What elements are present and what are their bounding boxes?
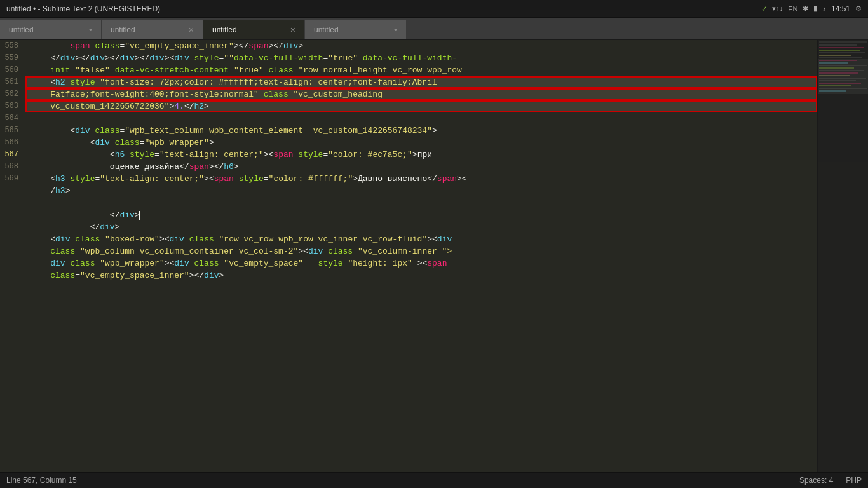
bluetooth-icon: ✱ [803, 4, 808, 13]
line-num-562: 562 [3, 88, 18, 100]
tab-1-label: untitled [9, 25, 34, 34]
line-num-559: 559 [3, 52, 18, 64]
code-line-560c: vc_custom_1422656722036">4.</h2> [25, 100, 817, 112]
line-num-568: 568 [3, 161, 18, 173]
svg-rect-0 [819, 41, 867, 43]
code-line-567: </div> [25, 209, 817, 221]
code-line-563: <div class="wpb_wrapper"> [25, 137, 817, 149]
language-info: PHP [846, 476, 862, 485]
code-line-566 [25, 197, 817, 209]
svg-rect-5 [819, 55, 851, 56]
code-line-565: <h3 style="text-align: center;"><span st… [25, 173, 817, 185]
svg-rect-6 [819, 57, 862, 58]
tab-4-label: untitled [314, 25, 339, 34]
indent-info: Spaces: 4 [799, 476, 833, 485]
cursor-position: Line 567, Column 15 [6, 476, 77, 485]
code-line-569: <div class="boxed-row"><div class="row v… [25, 233, 817, 245]
network-icon: ▾↑↓ [772, 4, 783, 13]
tab-2-close[interactable]: × [189, 25, 194, 35]
line-num-567: 567 [3, 149, 18, 161]
main-layout: 558 559 560 561 562 563 564 565 566 567 … [0, 40, 868, 472]
tab-3-close[interactable]: × [290, 25, 295, 35]
tab-2[interactable]: untitled × [102, 20, 203, 39]
tab-4-close[interactable]: • [394, 25, 397, 35]
code-line-560: <h2 style="font-size: 72px;color: #fffff… [25, 76, 817, 88]
tab-4[interactable]: untitled • [305, 20, 407, 39]
tab-bar: untitled • untitled × untitled × untitle… [0, 18, 868, 40]
battery-icon: ▮ [813, 4, 817, 13]
tab-1[interactable]: untitled • [0, 20, 102, 39]
title-bar-left: untitled • - Sublime Text 2 (UNREGISTERE… [6, 4, 160, 13]
code-line-569b: class="wpb_column vc_column_container vc… [25, 245, 817, 257]
code-line-565b: /h3> [25, 185, 817, 197]
minimap [817, 40, 868, 472]
line-num-566: 566 [3, 137, 18, 149]
line-num-565: 565 [3, 125, 18, 137]
code-line-561 [25, 112, 817, 125]
code-line-564: <h6 style="text-align: center;"><span st… [25, 149, 817, 161]
code-line-559b: init="false" data-vc-stretch-content="tr… [25, 64, 817, 76]
code-line-568: </div> [25, 221, 817, 233]
title-bar: untitled • - Sublime Text 2 (UNREGISTERE… [0, 0, 868, 18]
line-num-561: 561 [3, 76, 18, 88]
code-line-562: <div class="wpb_text_column wpb_content_… [25, 125, 817, 137]
minimap-content [818, 40, 868, 472]
svg-rect-4 [819, 52, 865, 53]
line-numbers: 558 559 560 561 562 563 564 565 566 567 … [0, 40, 25, 472]
code-line-559: </div></div></div></div><div style=""dat… [25, 52, 817, 64]
svg-rect-3 [819, 50, 860, 51]
svg-rect-1 [819, 44, 857, 46]
svg-rect-2 [819, 47, 864, 48]
line-num-563: 563 [3, 100, 18, 112]
svg-rect-20 [818, 59, 868, 94]
volume-icon: ♪ [822, 5, 826, 13]
title-bar-title: untitled • - Sublime Text 2 (UNREGISTERE… [6, 4, 160, 13]
code-line-558: span class="vc_empty_space_inner"></span… [25, 40, 817, 52]
tab-1-close[interactable]: • [89, 25, 92, 35]
line-num-558: 558 [3, 40, 18, 52]
line-num-569: 569 [3, 173, 18, 185]
lang-icon: EN [788, 5, 797, 13]
status-bar: Line 567, Column 15 Spaces: 4 PHP [0, 472, 868, 488]
settings-icon: ⚙ [855, 4, 862, 13]
title-bar-right: ✓ ▾↑↓ EN ✱ ▮ ♪ 14:51 ⚙ [762, 3, 862, 14]
tab-3-label: untitled [212, 25, 237, 34]
tab-2-label: untitled [111, 25, 135, 34]
code-line-569c: div class="wpb_wrapper"><div class="vc_e… [25, 257, 817, 269]
code-line-569d: class="vc_empty_space_inner"></div> [25, 269, 817, 281]
line-num-560: 560 [3, 64, 18, 76]
code-area[interactable]: span class="vc_empty_space_inner"></span… [25, 40, 817, 472]
code-line-564b: оценке дизайна</span></h6> [25, 161, 817, 173]
tab-3[interactable]: untitled × [203, 20, 305, 39]
line-num-564: 564 [3, 112, 18, 125]
clock: 14:51 [831, 4, 850, 13]
code-line-560b: Fatface;font-weight:400;font-style:norma… [25, 88, 817, 100]
check-icon: ✓ [762, 3, 767, 14]
